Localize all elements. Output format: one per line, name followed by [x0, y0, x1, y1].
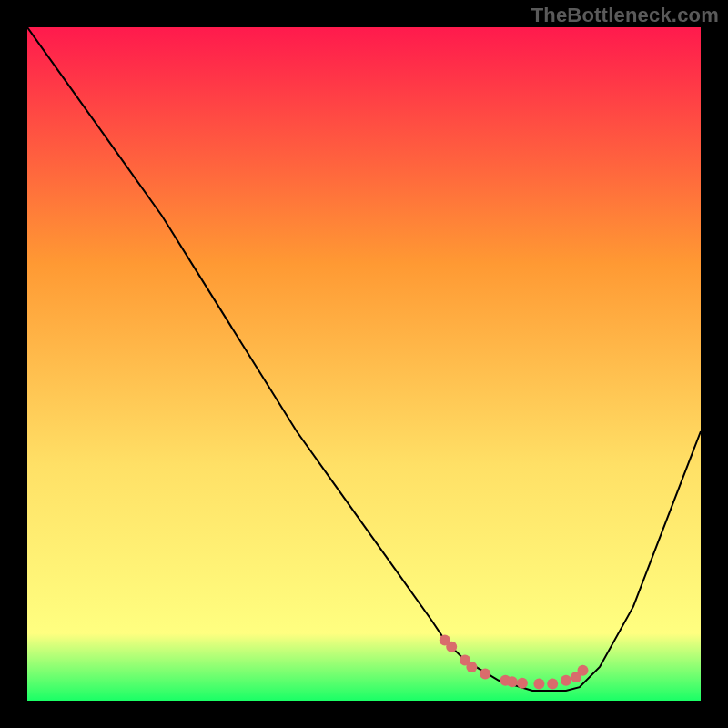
- chart-background: [27, 27, 701, 701]
- highlight-dot: [533, 679, 544, 690]
- highlight-dot: [446, 642, 457, 652]
- watermark-text: TheBottleneck.com: [531, 4, 719, 27]
- highlight-dot: [547, 679, 558, 690]
- highlight-dot: [507, 676, 518, 687]
- highlight-dot: [480, 668, 490, 679]
- highlight-dot: [517, 678, 528, 689]
- chart-svg: [27, 27, 701, 701]
- highlight-dot: [578, 665, 589, 676]
- highlight-dot: [561, 675, 571, 686]
- highlight-dot: [466, 662, 477, 672]
- chart-plot-area: [27, 27, 701, 701]
- chart-frame: TheBottleneck.com: [0, 0, 728, 728]
